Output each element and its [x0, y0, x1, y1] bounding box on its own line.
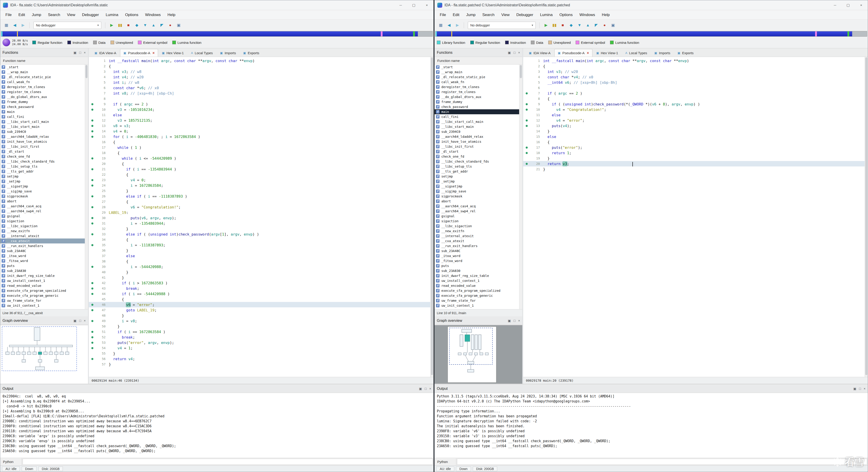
- menu-options[interactable]: Options: [556, 13, 576, 17]
- menu-debugger[interactable]: Debugger: [513, 13, 537, 17]
- breakpoint-dot[interactable]: [523, 125, 530, 127]
- code-line[interactable]: 3 int v3; // w20: [523, 69, 865, 74]
- code-line[interactable]: 1int __fastcall main(int argc, const cha…: [523, 58, 865, 63]
- code-line[interactable]: 33 else if ( (unsigned int)check_passwor…: [89, 232, 430, 237]
- panel-float-icon[interactable]: □: [859, 387, 861, 391]
- code-line[interactable]: 4 const char *v4; // x0: [523, 74, 865, 80]
- menu-view[interactable]: View: [64, 13, 79, 17]
- panel-float-icon[interactable]: □: [514, 319, 515, 323]
- code-line[interactable]: 6 const char *v6; // x0: [89, 85, 430, 91]
- function-list-item[interactable]: f__sigsetjmp: [435, 184, 522, 189]
- menu-file[interactable]: File: [2, 13, 15, 17]
- function-list-item[interactable]: f_dl_relocate_static_pie: [435, 74, 522, 79]
- code-line[interactable]: 56 return v4;: [89, 356, 430, 362]
- breakpoint-dot[interactable]: [89, 336, 96, 338]
- function-list-item[interactable]: f_fitoa_word: [435, 258, 522, 263]
- code-line[interactable]: 34 {: [89, 237, 430, 242]
- code-line[interactable]: 35 i = -1118387893;: [89, 242, 430, 248]
- function-list-item[interactable]: fuw_init_context_1: [0, 303, 88, 308]
- function-list-item[interactable]: fderegister_tm_clones: [435, 85, 522, 90]
- function-list-item[interactable]: fgsignal: [0, 214, 88, 218]
- tab-imports[interactable]: ▣Imports: [651, 49, 674, 57]
- code-line[interactable]: 27 {: [89, 199, 430, 204]
- code-line[interactable]: 13 puts(v4);: [523, 123, 865, 129]
- tab-exports[interactable]: ▣Exports: [240, 49, 262, 57]
- function-list-item[interactable]: fuw_frame_state_for: [0, 298, 88, 303]
- breakpoint-dot[interactable]: [523, 163, 530, 165]
- function-list-item[interactable]: fcheck_password: [0, 104, 88, 109]
- breakpoint-icon[interactable]: ●: [601, 22, 609, 29]
- code-line[interactable]: 49 i = v8;: [89, 318, 430, 324]
- function-list-item[interactable]: finit_dwarf_reg_size_table: [0, 273, 88, 278]
- function-list-item[interactable]: fregister_tm_clones: [435, 90, 522, 94]
- function-list-item[interactable]: f__aarch64_swp4_rel: [435, 209, 522, 214]
- maximize-button[interactable]: ▢: [407, 0, 420, 10]
- code-line[interactable]: 44 if ( i == -544420988 ): [89, 291, 430, 297]
- code-line[interactable]: 1int __fastcall main(int argc, const cha…: [89, 58, 430, 63]
- function-list-item[interactable]: fsub_23A830: [0, 268, 88, 273]
- breakpoint-dot[interactable]: [89, 282, 96, 284]
- panel-restore-icon[interactable]: ▣: [73, 51, 76, 55]
- code-line[interactable]: 19 }: [523, 156, 865, 161]
- code-line[interactable]: 14 v4 = 0;: [89, 129, 430, 134]
- maximize-button[interactable]: ▢: [841, 0, 855, 10]
- menu-search[interactable]: Search: [479, 13, 498, 17]
- menu-options[interactable]: Options: [122, 13, 142, 17]
- panel-close-icon[interactable]: ×: [429, 387, 431, 391]
- tab-close-icon[interactable]: ×: [153, 51, 155, 55]
- function-list-item[interactable]: f__do_global_dtors_aux: [0, 94, 88, 99]
- function-list-item[interactable]: f_dl_relocate_static_pie: [0, 74, 88, 79]
- python-input[interactable]: [23, 459, 433, 465]
- function-list-item[interactable]: f_setjmp: [0, 179, 88, 184]
- function-list-item[interactable]: fputs: [0, 263, 88, 268]
- code-line[interactable]: 6: [523, 85, 865, 91]
- code-scrollbar[interactable]: [430, 57, 433, 377]
- function-list-item[interactable]: fsub_2394C0: [0, 129, 88, 134]
- panel-restore-icon[interactable]: ▣: [73, 319, 76, 323]
- function-list-item[interactable]: fcheck_one_fd: [435, 154, 522, 159]
- code-line[interactable]: 11 else: [89, 112, 430, 117]
- function-list-item[interactable]: f__libc_setup_tls: [435, 164, 522, 169]
- function-list-item[interactable]: fsetjmp: [435, 174, 522, 179]
- function-list-scrollbar[interactable]: [85, 65, 88, 309]
- graph-overview-thumbnail[interactable]: [435, 325, 522, 384]
- menu-edit[interactable]: Edit: [449, 13, 463, 17]
- code-line[interactable]: 13 v8 = v3;: [89, 123, 430, 129]
- minimize-button[interactable]: ─: [394, 0, 407, 10]
- menu-help[interactable]: Help: [598, 13, 613, 17]
- breakpoint-dot[interactable]: [523, 146, 530, 148]
- back-icon[interactable]: ◀: [11, 22, 19, 29]
- function-list-item[interactable]: f__libc_sigaction: [0, 224, 88, 229]
- function-list-item[interactable]: fcheck_password: [435, 104, 522, 109]
- panel-restore-icon[interactable]: ▣: [508, 319, 511, 323]
- function-list-item[interactable]: fexecute_cfa_program_generic: [0, 293, 88, 298]
- code-line[interactable]: 20 return v3;: [523, 161, 865, 166]
- menu-windows[interactable]: Windows: [142, 13, 164, 17]
- tab-hex-view-1[interactable]: ▣Hex View-1: [158, 49, 187, 57]
- breakpoint-dot[interactable]: [89, 179, 96, 181]
- scripts-icon[interactable]: ▣: [609, 22, 617, 29]
- code-line[interactable]: 9 if ( (unsigned int)check_password(*(_Q…: [523, 101, 865, 107]
- navigation-band[interactable]: [1, 31, 433, 37]
- code-line[interactable]: 5 __int64 v6; // [xsp+8h] [xbp-8h]: [523, 80, 865, 85]
- code-line[interactable]: 20 {: [89, 161, 430, 166]
- menu-jump[interactable]: Jump: [463, 13, 479, 17]
- function-list-item[interactable]: f__libc_sigaction: [435, 224, 522, 229]
- function-list-item[interactable]: fuw_install_context_1: [435, 278, 522, 283]
- function-list-item[interactable]: f__libc_init_first: [0, 144, 88, 149]
- code-line[interactable]: 19 while ( i <= -544420989 ): [89, 156, 430, 161]
- function-list-item[interactable]: fabort: [435, 199, 522, 204]
- breakpoint-dot[interactable]: [523, 152, 530, 154]
- breakpoint-dot[interactable]: [89, 342, 96, 344]
- code-line[interactable]: 12 v3 = 1857512135;: [89, 117, 430, 123]
- panel-close-icon[interactable]: ×: [84, 51, 86, 55]
- scrollbar-thumb[interactable]: [86, 65, 88, 78]
- function-list-item[interactable]: f_itoa_word: [0, 254, 88, 258]
- code-line[interactable]: 37 else: [89, 253, 430, 259]
- function-list-item[interactable]: f_setjmp: [435, 179, 522, 184]
- panel-close-icon[interactable]: ×: [518, 319, 520, 323]
- menu-file[interactable]: File: [436, 13, 449, 17]
- breakpoint-dot[interactable]: [89, 109, 96, 111]
- menu-view[interactable]: View: [498, 13, 513, 17]
- pause-process-icon[interactable]: ▮▮: [551, 22, 558, 29]
